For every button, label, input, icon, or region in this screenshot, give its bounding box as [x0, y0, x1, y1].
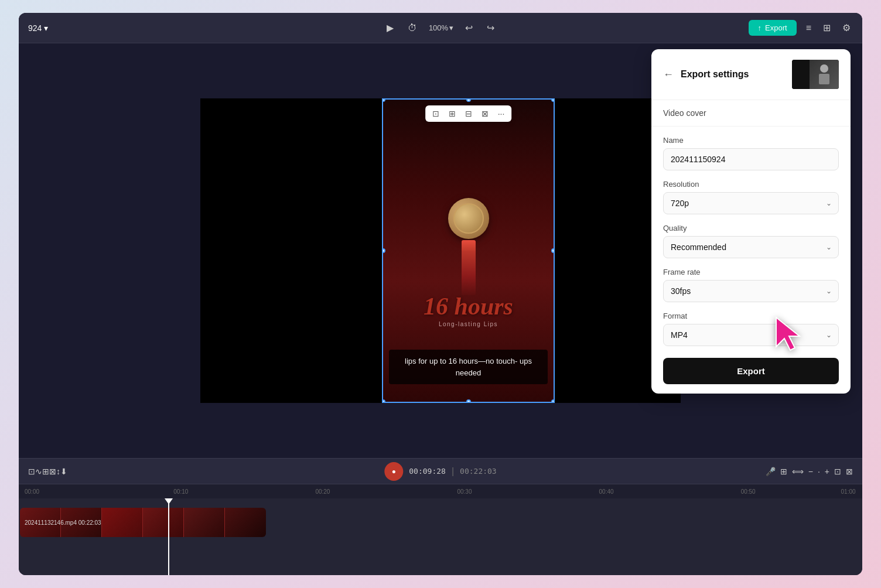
video-center-selected[interactable]: ⊡ ⊞ ⊟ ⊠ ··· [382, 98, 555, 403]
zoom-control[interactable]: 100% ▾ [429, 23, 453, 32]
format-select[interactable]: MP4 MOV GIF [663, 324, 839, 346]
project-name-label: 924 [28, 23, 42, 33]
tl-crop-btn[interactable]: ⊡ [28, 467, 35, 476]
tl-mic-btn[interactable]: 🎤 [766, 467, 776, 476]
export-panel-body: Name Resolution 480p 720p 1080p 4K [651, 127, 851, 394]
timeline-area: ⊡ ∿ ⊞ ⊠ ↕ ⬇ ● 00:09:28 | 00:22:03 🎤 [19, 458, 862, 575]
playhead-line [168, 498, 169, 575]
export-top-icon: ↑ [758, 23, 762, 32]
play-button[interactable]: ▶ [384, 20, 396, 36]
timeline-tracks: 202411132146.mp4 00:22:03 [19, 498, 862, 575]
handle-tr[interactable] [551, 98, 555, 102]
redo-button[interactable]: ↪ [484, 20, 497, 36]
frame-rate-label: Frame rate [663, 268, 839, 276]
ruler-mark-3: 00:30 [457, 488, 472, 495]
tl-toolbar-inner: ⊡ ∿ ⊞ ⊠ ↕ ⬇ ● 00:09:28 | 00:22:03 🎤 [28, 467, 853, 476]
float-more-btn[interactable]: ··· [496, 108, 507, 119]
video-track[interactable]: 202411132146.mp4 00:22:03 [20, 508, 266, 537]
resolution-select-wrapper: 480p 720p 1080p 4K ⌄ [663, 192, 839, 214]
frame-rate-field-group: Frame rate 24fps 30fps 60fps ⌄ [663, 268, 839, 302]
resolution-select[interactable]: 480p 720p 1080p 4K [663, 192, 839, 214]
format-field-group: Format MP4 MOV GIF ⌄ [663, 312, 839, 346]
tl-download-btn[interactable]: ⬇ [60, 467, 67, 476]
handle-br[interactable] [551, 399, 555, 403]
tl-fit-btn[interactable]: ⊡ [834, 467, 841, 476]
current-time: 00:09:28 [409, 467, 446, 476]
subtitle-box: lips for up to 16 hours—no touch- ups ne… [389, 350, 548, 384]
timeline-toolbar: ⊡ ∿ ⊞ ⊠ ↕ ⬇ ● 00:09:28 | 00:22:03 🎤 [19, 459, 862, 484]
tl-transition-btn[interactable]: ⊠ [49, 467, 56, 476]
playhead-triangle [165, 498, 173, 504]
lipstick-shape [462, 248, 476, 295]
ruler-mark-5: 00:50 [741, 488, 756, 495]
ruler-mark-2: 00:20 [315, 488, 330, 495]
video-left-area [200, 98, 382, 403]
handle-mr[interactable] [551, 248, 555, 253]
tl-mirror-btn[interactable]: ↕ [56, 467, 60, 476]
back-icon: ← [663, 69, 674, 80]
app-container: 924 ▾ ▶ ⏱ 100% ▾ ↩ ↪ ↑ Export ≡ ⊞ ⚙ [19, 13, 862, 575]
quality-select-wrapper: Low Medium Recommended High ⌄ [663, 236, 839, 258]
toolbar-center: ▶ ⏱ 100% ▾ ↩ ↪ [384, 20, 497, 36]
export-panel-title: Export settings [681, 69, 749, 80]
settings-icon[interactable]: ⚙ [840, 20, 853, 36]
ruler-mark-1: 00:10 [173, 488, 188, 495]
tl-zoom-out-btn[interactable]: − [808, 467, 813, 476]
total-time: 00:22:03 [460, 467, 497, 476]
quality-label: Quality [663, 224, 839, 233]
ruler-mark-4: 00:40 [599, 488, 614, 495]
tl-right-controls: 🎤 ⊞ ⟺ − · + ⊡ ⊠ [766, 467, 853, 476]
tl-text-btn[interactable]: ∿ [35, 467, 42, 476]
tl-loop-btn[interactable]: ⟺ [792, 467, 804, 476]
toolbar-right: ↑ Export ≡ ⊞ ⚙ [749, 20, 853, 36]
thumb-left [792, 60, 810, 89]
time-separator: | [452, 466, 454, 477]
quality-select[interactable]: Low Medium Recommended High [663, 236, 839, 258]
video-cover-section: Video cover [651, 100, 851, 127]
handle-bl[interactable] [382, 399, 385, 403]
export-action-button[interactable]: Export [663, 358, 839, 384]
video-cover-label: Video cover [663, 108, 706, 118]
undo-button[interactable]: ↩ [463, 20, 475, 36]
quality-field-group: Quality Low Medium Recommended High ⌄ [663, 224, 839, 258]
float-btn-3[interactable]: ⊟ [463, 108, 474, 119]
handle-bc[interactable] [466, 399, 471, 403]
layout-icon-2[interactable]: ⊞ [821, 20, 833, 36]
export-top-button[interactable]: ↑ Export [749, 20, 797, 36]
float-btn-1[interactable]: ⊡ [430, 108, 442, 119]
project-name-chevron: ▾ [44, 23, 48, 33]
resolution-label: Resolution [663, 180, 839, 189]
timeline-ruler: 00:00 00:10 00:20 00:30 00:40 00:50 01:0… [19, 484, 862, 498]
coin-inner [453, 203, 484, 234]
back-button[interactable]: ← [663, 69, 674, 81]
tl-fullscreen-btn[interactable]: ⊠ [846, 467, 853, 476]
resolution-field-group: Resolution 480p 720p 1080p 4K ⌄ [663, 180, 839, 214]
canvas-area: ⊡ ⊞ ⊟ ⊠ ··· [19, 43, 862, 458]
layout-icon-1[interactable]: ≡ [804, 20, 814, 36]
format-label: Format [663, 312, 839, 320]
ruler-marks-container: 00:00 00:10 00:20 00:30 00:40 00:50 01:0… [23, 484, 858, 498]
tl-grid-btn[interactable]: ⊞ [780, 467, 787, 476]
main-area: ⊡ ⊞ ⊟ ⊠ ··· [19, 43, 862, 458]
export-top-label: Export [765, 23, 787, 32]
ruler-mark-0: 00:00 [25, 488, 39, 495]
float-btn-4[interactable]: ⊠ [479, 108, 491, 119]
video-cover-thumbnail[interactable] [792, 60, 839, 89]
float-btn-2[interactable]: ⊞ [446, 108, 458, 119]
thumb-right [810, 60, 839, 89]
timer-button[interactable]: ⏱ [405, 20, 419, 36]
play-pause-button[interactable]: ● [384, 462, 403, 481]
name-input[interactable] [663, 148, 839, 170]
frame-rate-select-wrapper: 24fps 30fps 60fps ⌄ [663, 280, 839, 302]
coin-image [448, 198, 489, 239]
zoom-level: 100% [429, 23, 448, 32]
track-label: 202411132146.mp4 00:22:03 [25, 519, 101, 526]
project-name[interactable]: 924 ▾ [28, 23, 48, 33]
tl-zoom-in-btn[interactable]: + [825, 467, 829, 476]
frame-rate-select[interactable]: 24fps 30fps 60fps [663, 280, 839, 302]
name-field-group: Name [663, 136, 839, 170]
video-subtitle-text: Long-lasting Lips [424, 321, 513, 327]
tl-zoom-dot-btn[interactable]: · [818, 467, 820, 476]
ruler-mark-6: 01:00 [841, 488, 856, 495]
tl-split-btn[interactable]: ⊞ [42, 467, 49, 476]
